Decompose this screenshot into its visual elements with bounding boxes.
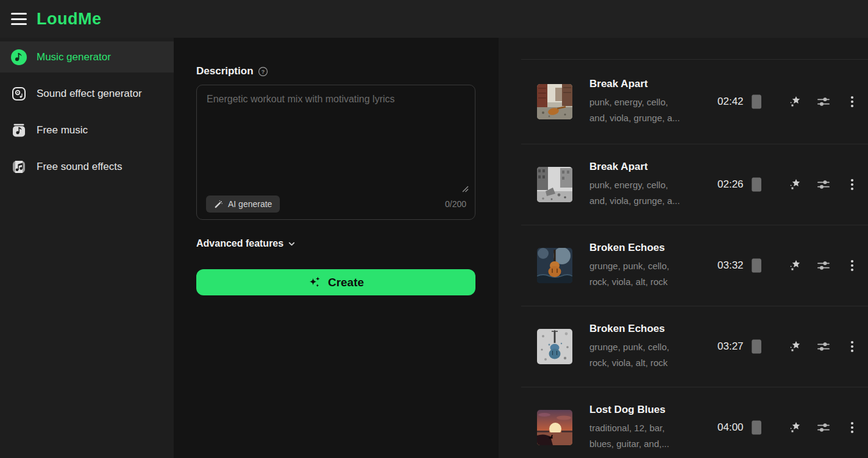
sunset-dog-thumb[interactable] [537,410,572,445]
music-note-circle-icon [11,49,27,65]
kebab-menu-icon[interactable] [845,258,859,273]
track-actions [788,94,859,109]
track-tags-line1: traditional, 12, bar, [589,420,717,436]
sliders-icon[interactable] [816,177,831,192]
sidebar-item-label: Free sound effects [37,161,123,173]
track-title: Broken Echoes [589,323,717,335]
svg-text:?: ? [261,68,264,74]
waveform-blob-icon [751,420,762,435]
star-sparkle-icon[interactable] [788,258,802,273]
advanced-features-label: Advanced features [196,238,283,249]
sidebar-item-label: Music generator [37,51,111,63]
waveform-blob-icon [751,177,762,192]
track-list: Break Apart punk, energy, cello, and, vi… [521,38,868,458]
track-actions [788,339,859,354]
track-row[interactable]: Break Apart punk, energy, cello, and, vi… [521,144,868,225]
char-counter: 0/200 [445,199,466,209]
app-root: LoudMe Music generator Sound effect gene… [0,0,868,458]
track-duration-group: 02:26 [717,177,784,192]
free-music-icon [11,122,27,138]
bw-rubble-thumb[interactable] [537,167,572,202]
track-duration-group: 03:32 [717,258,784,273]
track-tags-line2: rock, viola, alt, rock [589,355,717,371]
track-tags-line1: grunge, punk, cello, [589,258,717,274]
track-info: Break Apart punk, energy, cello, and, vi… [589,78,717,126]
kebab-menu-icon[interactable] [845,339,859,354]
track-info: Broken Echoes grunge, punk, cello, rock,… [589,242,717,290]
create-button-label: Create [328,276,364,289]
sidebar-item-sound-effect-generator[interactable]: Sound effect generator [0,78,174,109]
chevron-down-icon [287,239,296,248]
track-row[interactable]: Broken Echoes grunge, punk, cello, rock,… [521,306,868,387]
star-sparkle-icon[interactable] [788,339,802,354]
track-title: Lost Dog Blues [589,404,717,416]
track-duration: 02:42 [717,96,744,108]
ai-generate-button[interactable]: AI generate [206,196,280,213]
create-button[interactable]: Create [196,269,475,295]
track-title: Break Apart [589,161,717,173]
waveform-blob-icon [751,258,762,273]
kebab-menu-icon[interactable] [845,94,859,109]
star-sparkle-icon[interactable] [788,94,802,109]
track-actions [788,420,859,435]
free-sound-effects-icon [11,159,27,175]
resize-handle-icon[interactable] [461,185,469,192]
description-textarea[interactable] [197,85,475,177]
track-tags-line2: and, viola, grunge, a... [589,193,717,209]
track-duration: 03:32 [717,259,744,272]
app-header: LoudMe [0,0,868,38]
track-duration-group: 03:27 [717,339,784,354]
guitar-street-thumb[interactable] [537,84,572,119]
sidebar-item-label: Sound effect generator [37,88,142,100]
track-info: Break Apart punk, energy, cello, and, vi… [589,161,717,209]
track-duration: 04:00 [717,421,744,434]
track-duration: 03:27 [717,340,744,353]
track-tags-line2: and, viola, grunge, a... [589,110,717,126]
question-circle-icon[interactable]: ? [258,66,268,77]
track-duration-group: 02:42 [717,94,784,110]
star-sparkle-icon[interactable] [788,420,802,435]
sidebar-item-free-music[interactable]: Free music [0,114,174,146]
track-tags-line2: blues, guitar, and,... [589,436,717,452]
sparkles-icon [308,275,322,289]
track-info: Lost Dog Blues traditional, 12, bar, blu… [589,404,717,452]
track-row[interactable]: Broken Echoes grunge, punk, cello, rock,… [521,225,868,306]
music-generator-panel: Description ? AI generate [174,38,499,458]
track-tags-line1: punk, energy, cello, [589,177,717,193]
sidebar-nav: Music generator Sound effect generator F… [0,38,174,458]
track-tags-line2: rock, viola, alt, rock [589,274,717,290]
sidebar-item-music-generator[interactable]: Music generator [0,41,174,72]
star-sparkle-icon[interactable] [788,177,802,192]
app-body: Music generator Sound effect generator F… [0,38,868,458]
sliders-icon[interactable] [816,94,831,109]
waveform-blob-icon [751,94,762,110]
description-box: AI generate 0/200 [196,85,475,220]
sliders-icon[interactable] [816,420,831,435]
sliders-icon[interactable] [816,258,831,273]
kebab-menu-icon[interactable] [845,420,859,435]
hamburger-icon[interactable] [11,13,27,25]
track-tags-line1: punk, energy, cello, [589,94,717,110]
kebab-menu-icon[interactable] [845,177,859,192]
description-header: Description ? [196,65,499,77]
track-duration: 02:26 [717,178,744,191]
sound-effect-icon [11,86,27,102]
track-title: Broken Echoes [589,242,717,254]
track-duration-group: 04:00 [717,420,784,435]
track-actions [788,177,859,192]
app-logo[interactable]: LoudMe [37,10,101,29]
track-title: Break Apart [589,78,717,90]
waveform-blob-icon [751,339,762,354]
track-actions [788,258,859,273]
track-tags-line1: grunge, punk, cello, [589,339,717,355]
cello-storm-thumb[interactable] [537,248,572,283]
ai-generate-label: AI generate [228,199,272,209]
track-row[interactable]: Break Apart punk, energy, cello, and, vi… [521,59,868,144]
blue-violin-thumb[interactable] [537,329,572,364]
track-row[interactable]: Lost Dog Blues traditional, 12, bar, blu… [521,387,868,458]
sliders-icon[interactable] [816,339,831,354]
generated-tracks-panel: Break Apart punk, energy, cello, and, vi… [499,38,868,458]
sidebar-item-label: Free music [37,124,88,136]
advanced-features-toggle[interactable]: Advanced features [196,238,296,249]
sidebar-item-free-sound-effects[interactable]: Free sound effects [0,151,174,182]
